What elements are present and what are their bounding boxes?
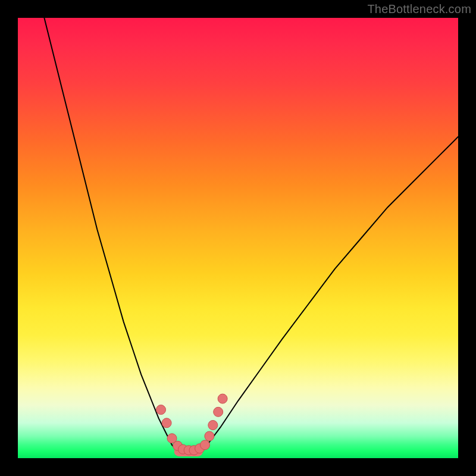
curve-path [44, 18, 458, 452]
marker-dot [162, 418, 171, 428]
watermark-text: TheBottleneck.com [367, 2, 471, 16]
chart-svg [18, 18, 458, 458]
marker-dot [156, 405, 166, 415]
marker-dot [218, 394, 227, 403]
marker-dots [156, 394, 228, 456]
marker-dot [205, 431, 214, 441]
marker-dot [214, 407, 223, 416]
outer-frame: TheBottleneck.com [0, 0, 476, 476]
marker-dot [208, 421, 218, 430]
marker-dot [201, 440, 210, 450]
bottleneck-curve [44, 18, 458, 452]
